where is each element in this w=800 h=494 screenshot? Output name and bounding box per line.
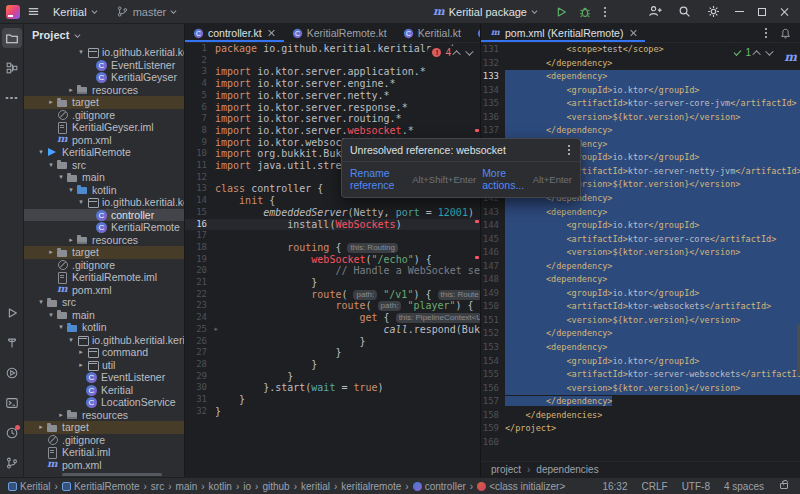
- error-stripe-mark[interactable]: [475, 256, 479, 259]
- services-tool-icon[interactable]: [2, 363, 22, 383]
- build-tool-icon[interactable]: [2, 333, 22, 353]
- code-line-23[interactable]: 23 route( path: "player") { this: Route: [185, 300, 480, 312]
- tree-item-KeritialGeyser.iml[interactable]: KeritialGeyser.iml: [24, 121, 184, 134]
- more-tools-icon[interactable]: [2, 88, 22, 108]
- run-tool-icon[interactable]: [2, 303, 22, 323]
- prev-problem-icon[interactable]: [752, 50, 760, 58]
- code-line-156[interactable]: 156 <version>${ktor.version}</version>: [481, 382, 800, 396]
- status-widget-4-spaces[interactable]: 4 spaces: [724, 481, 764, 492]
- tab-Keritial.kt[interactable]: Keritial.kt: [395, 24, 469, 42]
- tree-item-io.github.keritial.keritial[interactable]: ▾io.github.keritial.keritial: [24, 334, 184, 347]
- tree-item-Keritial[interactable]: Keritial: [24, 384, 184, 397]
- tree-chevron-icon[interactable]: ▸: [66, 86, 76, 94]
- debug-button[interactable]: [578, 5, 592, 19]
- tree-chevron-icon[interactable]: ▾: [66, 336, 76, 344]
- project-selector[interactable]: Keritial: [47, 4, 104, 20]
- tree-chevron-icon[interactable]: ▾: [46, 311, 56, 319]
- tree-item-KeritialRemote.iml[interactable]: KeritialRemote.iml: [24, 271, 184, 284]
- code-line-150[interactable]: 150 <artifactId>ktor-websockets</artifac…: [481, 300, 800, 314]
- tree-item-target[interactable]: ▸target: [24, 96, 184, 109]
- tree-item-target[interactable]: ▸target: [24, 246, 184, 259]
- tab-pom.xml (KeritialRemote)[interactable]: pom.xml (KeritialRemote): [481, 24, 645, 42]
- prev-problem-icon[interactable]: [452, 50, 460, 58]
- tree-chevron-icon[interactable]: ▸: [36, 423, 46, 431]
- code-line-5[interactable]: 5import io.ktor.server.netty.*: [185, 90, 480, 102]
- window-minimize-button[interactable]: [735, 11, 744, 12]
- tree-chevron-icon[interactable]: ▾: [36, 298, 46, 306]
- code-line-160[interactable]: 160: [481, 436, 800, 450]
- code-editor-pom-xml[interactable]: 131 <scope>test</scope>132 </dependency>…: [481, 43, 800, 449]
- code-line-149[interactable]: 149 <groupId>io.ktor</groupId>: [481, 287, 800, 301]
- code-line-144[interactable]: 144 <groupId>io.ktor</groupId>: [481, 219, 800, 233]
- code-line-147[interactable]: 147 </dependency>: [481, 260, 800, 274]
- code-line-143[interactable]: 143 <dependency>: [481, 206, 800, 220]
- tree-item-resources[interactable]: ▸resources: [24, 409, 184, 422]
- next-problem-icon[interactable]: [765, 47, 773, 55]
- tree-item-EventListener[interactable]: EventListener: [24, 371, 184, 384]
- settings-button[interactable]: [706, 4, 721, 19]
- code-line-31[interactable]: 31 }: [185, 394, 480, 406]
- code-line-148[interactable]: 148 <dependency>: [481, 273, 800, 287]
- status-widget-CRLF[interactable]: CRLF: [642, 481, 668, 492]
- tree-item-command[interactable]: ▸command: [24, 346, 184, 359]
- tree-item-main[interactable]: ▾main: [24, 309, 184, 322]
- search-everywhere-button[interactable]: [677, 4, 692, 19]
- code-line-159[interactable]: 159</project>: [481, 422, 800, 436]
- popup-more-icon[interactable]: [568, 149, 570, 151]
- code-line-21[interactable]: 21 }: [185, 277, 480, 289]
- code-with-me-button[interactable]: [648, 4, 663, 19]
- tree-item-KeritialRemote[interactable]: KeritialRemote: [24, 221, 184, 234]
- tree-item-src[interactable]: ▾src: [24, 296, 184, 309]
- popup-action-More actions...[interactable]: More actions...: [482, 167, 527, 191]
- close-tab-icon[interactable]: [268, 29, 276, 37]
- tree-item-util[interactable]: ▸util: [24, 359, 184, 372]
- code-line-8[interactable]: 8import io.ktor.server.websocket.*: [185, 125, 480, 137]
- code-line-3[interactable]: 3import io.ktor.server.application.*: [185, 66, 480, 78]
- tree-item-kotlin[interactable]: ▾kotlin: [24, 184, 184, 197]
- inspections-widget[interactable]: 4: [427, 46, 476, 59]
- tree-item-.gitignore[interactable]: .gitignore: [24, 259, 184, 272]
- status-crumb-KeritialRemote[interactable]: KeritialRemote: [62, 481, 140, 492]
- code-line-18[interactable]: 18 routing { this: Routing: [185, 242, 480, 254]
- tree-item-pom.xml[interactable]: pom.xml: [24, 284, 184, 297]
- code-line-136[interactable]: 136 <version>${ktor.version}</version>: [481, 111, 800, 125]
- structure-tool-icon[interactable]: [2, 58, 22, 78]
- tree-item-main[interactable]: ▾main: [24, 171, 184, 184]
- tab-options-icon[interactable]: [765, 32, 767, 34]
- code-line-153[interactable]: 153 <dependency>: [481, 341, 800, 355]
- status-widget-16:32[interactable]: 16:32: [602, 481, 627, 492]
- tree-item-LocationService[interactable]: LocationService: [24, 396, 184, 409]
- code-line-28[interactable]: 28 }: [185, 359, 480, 371]
- tree-chevron-icon[interactable]: ▸: [56, 411, 66, 419]
- code-line-152[interactable]: 152 </dependency>: [481, 327, 800, 341]
- maven-reload-button[interactable]: m: [784, 50, 797, 64]
- inspections-widget[interactable]: 1: [729, 46, 776, 59]
- tree-item-io.github.keritial.keritialg[interactable]: ▾io.github.keritial.keritialg: [24, 46, 184, 59]
- run-configuration-selector[interactable]: m Keritial package: [427, 3, 544, 20]
- window-maximize-button[interactable]: [758, 8, 766, 16]
- tree-chevron-icon[interactable]: ▾: [46, 161, 56, 169]
- code-line-25[interactable]: 25∗ call.respond(Bukkit.getOnlinePlayers: [185, 324, 480, 336]
- tree-chevron-icon[interactable]: ▾: [66, 186, 76, 194]
- main-menu-icon[interactable]: [26, 4, 41, 19]
- tab-controller.kt[interactable]: controller.kt: [185, 24, 284, 42]
- status-crumb-Keritial[interactable]: Keritial: [8, 481, 51, 492]
- code-editor-controller-kt[interactable]: 1package io.github.keritial.keritialremo…: [185, 43, 480, 418]
- tree-chevron-icon[interactable]: ▾: [76, 48, 86, 56]
- tree-item-kotlin[interactable]: ▾kotlin: [24, 321, 184, 334]
- code-line-158[interactable]: 158 </dependencies>: [481, 409, 800, 423]
- code-line-7[interactable]: 7import io.ktor.server.routing.*: [185, 113, 480, 125]
- error-stripe-mark[interactable]: [475, 220, 479, 223]
- tree-item-src[interactable]: ▾src: [24, 159, 184, 172]
- tree-chevron-icon[interactable]: ▸: [76, 361, 86, 369]
- breadcrumb-item-dependencies[interactable]: dependencies: [536, 464, 598, 475]
- code-line-4[interactable]: 4import io.ktor.server.engine.*: [185, 78, 480, 90]
- status-crumb-keritialremote[interactable]: keritialremote: [341, 481, 401, 492]
- tree-chevron-icon[interactable]: ▾: [56, 323, 66, 331]
- tree-item-resources[interactable]: ▸resources: [24, 84, 184, 97]
- tree-item-io.github.keritial.keritialre[interactable]: ▾io.github.keritial.keritialre: [24, 196, 184, 209]
- tree-chevron-icon[interactable]: ▸: [46, 98, 56, 106]
- run-button[interactable]: [554, 5, 568, 19]
- code-line-15[interactable]: 15 embeddedServer(Netty, port = 12001) {…: [185, 207, 480, 219]
- code-line-29[interactable]: 29 }: [185, 371, 480, 383]
